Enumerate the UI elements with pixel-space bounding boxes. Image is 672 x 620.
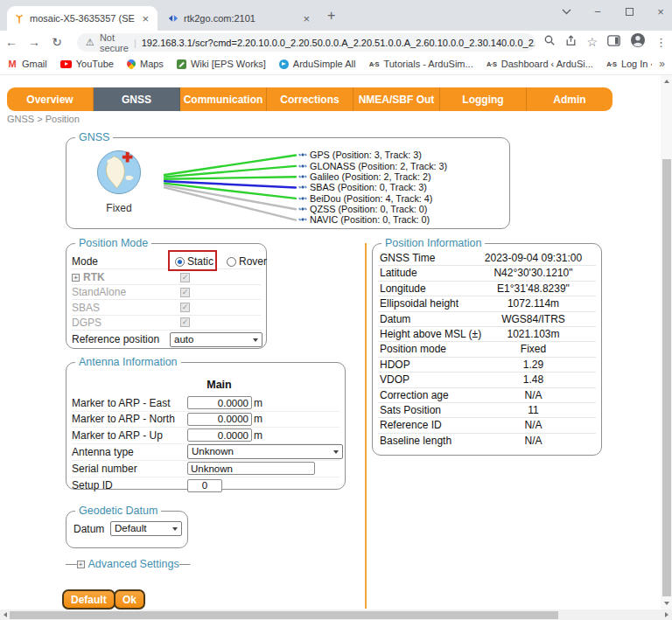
- browser-tab-mosaic[interactable]: mosaic-X5-3635357 (SEPT) - Sep ×: [7, 6, 158, 31]
- tab-close-icon[interactable]: ×: [301, 12, 312, 25]
- constellation-label: NAVIC (Position: 0, Track: 0): [310, 214, 430, 225]
- antenna-type-value: Unknown: [192, 446, 234, 456]
- info-row-position-mode: Position mode Fixed: [378, 342, 596, 357]
- dash: —: [179, 558, 191, 570]
- rover-radio[interactable]: [227, 257, 236, 267]
- profile-avatar[interactable]: [630, 32, 646, 52]
- info-value: 1021.103m: [472, 327, 594, 342]
- reference-position-label: Reference position: [72, 333, 159, 345]
- tab-close-icon[interactable]: ×: [140, 12, 150, 25]
- bookmark-label: YouTube: [76, 59, 114, 69]
- site-navbar: OverviewGNSSCommunicationCorrectionsNMEA…: [7, 87, 612, 111]
- position-mode-legend: Position Mode: [75, 237, 151, 249]
- nav-tab-communication[interactable]: Communication: [180, 87, 267, 111]
- ardusimple-icon: A·S: [606, 59, 617, 69]
- setup-id-row: Setup ID: [72, 477, 340, 494]
- browser-window: mosaic-X5-3635357 (SEPT) - Sep × rtk2go.…: [0, 0, 672, 620]
- nav-tab-nmea-sbf-out[interactable]: NMEA/SBF Out: [354, 87, 440, 111]
- globe-icon: [95, 149, 143, 196]
- marker-to-arp-north-input[interactable]: [187, 413, 252, 426]
- bookmark-dashboard-ardusi[interactable]: A·S Dashboard ‹ ArduSi...: [486, 59, 593, 69]
- mode-check-label: SBAS: [72, 302, 100, 314]
- zoom-icon[interactable]: [543, 34, 556, 50]
- gnss-panel: GNSS Fixed GPS (Position: 3, Track: 3) G…: [66, 137, 510, 229]
- info-value: WGS84/ITRS: [472, 312, 594, 327]
- warning-icon: ⚠: [86, 37, 94, 48]
- setup-id-label: Setup ID: [72, 479, 113, 491]
- position-info-rows: GNSS Time 2023-09-04 09:31:00 Latitude N…: [378, 251, 596, 449]
- datum-value: Default: [115, 523, 146, 533]
- horizontal-scroll-thumb[interactable]: [10, 611, 558, 619]
- position-info-panel: Position Information GNSS Time 2023-09-0…: [372, 243, 602, 456]
- back-icon[interactable]: ←: [0, 35, 23, 49]
- antenna-type-row: Antenna type Unknown: [72, 444, 340, 461]
- info-value: 2023-09-04 09:31:00: [472, 251, 594, 266]
- window-controls: − ×: [560, 5, 667, 17]
- nav-tab-logging[interactable]: Logging: [440, 87, 527, 111]
- bookmark-tutorials-ardusim[interactable]: A·S Tutorials - ArduSim...: [368, 59, 472, 69]
- rtk2go-favicon: [168, 13, 178, 24]
- nav-tab-corrections[interactable]: Corrections: [267, 87, 354, 111]
- info-value: 11: [472, 403, 594, 418]
- maximize-button[interactable]: [623, 5, 635, 17]
- bookmarks-overflow-icon[interactable]: »: [652, 58, 665, 70]
- mode-row-rtk: + RTK ✓: [72, 270, 261, 285]
- antenna-type-select[interactable]: Unknown: [187, 444, 343, 459]
- constellation-beidou: BeiDou (Position: 4, Track: 4): [298, 192, 447, 203]
- minimize-button[interactable]: −: [592, 5, 604, 17]
- info-value: 1.48: [472, 373, 594, 387]
- forward-icon[interactable]: →: [23, 35, 46, 49]
- expand-plus-icon[interactable]: +: [72, 274, 80, 282]
- bookmark-log-in-ardusimple[interactable]: A·S Log In ‹ ArduSimple...: [606, 59, 652, 69]
- youtube-icon: [60, 60, 72, 68]
- vertical-scroll-thumb[interactable]: [662, 159, 671, 596]
- scroll-up-arrow[interactable]: [661, 75, 672, 87]
- reload-icon[interactable]: ↻: [46, 35, 68, 49]
- datum-select[interactable]: Default: [110, 521, 182, 536]
- mode-checkbox: ✓: [180, 317, 190, 327]
- tab-search-icon[interactable]: [560, 5, 572, 17]
- serial-number-input[interactable]: [187, 462, 315, 475]
- marker-to-arp-north-row: Marker to ARP - North m: [72, 412, 340, 428]
- serial-number-label: Serial number: [72, 463, 137, 475]
- nav-tab-overview[interactable]: Overview: [7, 87, 94, 111]
- reference-position-select[interactable]: auto: [170, 332, 262, 347]
- bookmark-wiki-eps-works[interactable]: Wiki [EPS Works]: [177, 59, 266, 69]
- new-tab-button[interactable]: +: [327, 8, 335, 24]
- browser-tab-rtk2go[interactable]: rtk2go.com:2101 ×: [161, 6, 318, 31]
- advanced-settings-toggle[interactable]: — + Advanced Settings —: [66, 558, 190, 570]
- bookmark-ardusimple-all[interactable]: ArduSimple All: [279, 59, 356, 69]
- position-mode-panel: Position Mode Mode Static Rover + RTK ✓ …: [66, 243, 267, 349]
- menu-kebab-icon[interactable]: ⋮: [655, 36, 667, 49]
- bookmark-youtube[interactable]: YouTube: [60, 59, 114, 69]
- mode-checkbox: ✓: [180, 288, 190, 297]
- bookmark-gmail[interactable]: M Gmail: [7, 59, 47, 69]
- security-label: Not secure: [100, 33, 129, 52]
- side-panel-icon[interactable]: [607, 34, 620, 50]
- scroll-right-arrow[interactable]: [662, 610, 672, 620]
- default-button[interactable]: Default: [62, 589, 116, 610]
- bookmark-maps[interactable]: Maps: [127, 59, 164, 69]
- marker-to-arp-up-row: Marker to ARP - Up m: [72, 428, 340, 444]
- bookmark-label: Dashboard ‹ ArduSi...: [501, 59, 593, 69]
- setup-id-input[interactable]: [187, 479, 222, 492]
- datum-label: Datum: [74, 523, 104, 535]
- address-bar[interactable]: ⚠ Not secure | 192.168.3.1/scr?cmd=2.20.…: [77, 33, 536, 52]
- ok-button[interactable]: Ok: [114, 589, 145, 610]
- share-icon[interactable]: [565, 34, 577, 50]
- nav-tab-admin[interactable]: Admin: [527, 87, 612, 111]
- static-radio[interactable]: [175, 257, 185, 267]
- bookmark-label: Maps: [140, 59, 164, 69]
- bookmark-star-icon[interactable]: ☆: [586, 35, 598, 49]
- info-row-sats-position: Sats Position 11: [378, 403, 596, 418]
- breadcrumb: GNSS > Position: [7, 114, 80, 124]
- scroll-down-arrow[interactable]: [661, 597, 672, 609]
- constellation-galileo: Galileo (Position: 2, Track: 2): [298, 171, 447, 182]
- close-window-button[interactable]: ×: [654, 5, 667, 17]
- info-label: Baseline length: [378, 435, 452, 447]
- marker-to-arp-east-input[interactable]: [187, 396, 252, 409]
- arp-label: Marker to ARP - North: [72, 413, 175, 425]
- expand-plus-icon[interactable]: +: [77, 561, 85, 568]
- nav-tab-gnss[interactable]: GNSS: [94, 87, 180, 111]
- marker-to-arp-up-input[interactable]: [187, 428, 252, 442]
